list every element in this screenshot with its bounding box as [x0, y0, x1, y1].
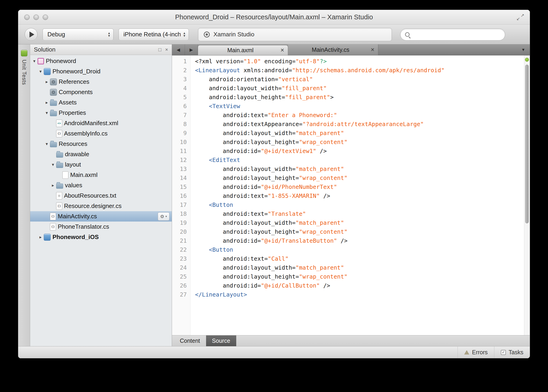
folder-icon — [50, 101, 57, 106]
tab-main-axml[interactable]: Main.axml× — [198, 45, 288, 55]
search-input[interactable] — [413, 31, 500, 38]
zoom-button[interactable] — [43, 14, 48, 20]
view-tab-source[interactable]: Source — [206, 336, 236, 346]
errors-button[interactable]: Errors — [457, 346, 494, 358]
tree-item-resource-designer-cs[interactable]: Resource.designer.cs — [30, 201, 172, 211]
unit-tests-pad-tab[interactable]: Unit Tests — [21, 60, 27, 85]
pad-close-icon[interactable]: × — [165, 47, 168, 52]
code-line: 9 android:layout_width="match_parent" — [172, 129, 530, 138]
minimize-button[interactable] — [33, 14, 39, 20]
code-text: <TextView — [190, 102, 240, 111]
expander-icon[interactable]: ▾ — [37, 69, 44, 74]
navigate-back-button[interactable]: ◀ — [172, 44, 185, 55]
code-text: android:layout_width="match_parent" — [190, 164, 344, 174]
tree-item-phoneword-ios[interactable]: ▸Phoneword_iOS — [30, 232, 172, 242]
tree-item-properties[interactable]: ▾Properties — [30, 108, 172, 118]
view-tab-content[interactable]: Content — [174, 336, 206, 346]
fullscreen-icon[interactable]: ↗ ↙ — [516, 13, 524, 21]
components-icon — [50, 89, 57, 96]
tree-item-main-axml[interactable]: Main.axml — [30, 170, 172, 180]
navigate-forward-button[interactable]: ▶ — [185, 44, 198, 55]
device-dropdown[interactable]: iPhone Retina (4-inch ▲ ▼ — [119, 28, 189, 41]
line-number: 26 — [172, 281, 190, 290]
folder-icon — [56, 153, 63, 158]
expander-icon[interactable]: ▸ — [43, 79, 50, 84]
item-options-button[interactable]: ⚙▾ — [158, 212, 169, 221]
close-button[interactable] — [24, 14, 30, 20]
tree-item-label: Phoneword_Droid — [52, 68, 100, 75]
tree-item-layout[interactable]: ▾layout — [30, 159, 172, 170]
pad-dock-icon[interactable]: □ — [159, 47, 161, 52]
code-line: 26 android:id="@+id/CallButton" /> — [172, 281, 530, 290]
scrollbar[interactable] — [524, 56, 530, 335]
line-number: 6 — [172, 102, 190, 111]
chevron-down-icon: ▼ — [521, 48, 525, 52]
code-line: 1<?xml version="1.0" encoding="utf-8"?> — [172, 57, 530, 66]
code-text: android:text="1-855-XAMARIN" /> — [190, 191, 330, 200]
code-text: <Button — [190, 200, 233, 209]
window-controls — [24, 14, 48, 20]
code-line: 22 <Button — [172, 245, 530, 254]
code-wrap: 1<?xml version="1.0" encoding="utf-8"?>2… — [172, 56, 530, 335]
folder-icon — [50, 111, 57, 116]
line-number: 10 — [172, 138, 190, 147]
tree-item-drawable[interactable]: drawable — [30, 149, 172, 159]
search-field[interactable] — [400, 28, 505, 41]
arrow-sw-icon: ↙ — [516, 17, 520, 21]
code-text: android:layout_height="wrap_content" — [190, 272, 347, 281]
code-text: <Button — [190, 245, 233, 254]
code-editor[interactable]: 1<?xml version="1.0" encoding="utf-8"?>2… — [172, 56, 530, 335]
solution-tree: ▾Phoneword▾Phoneword_Droid▸ReferencesCom… — [30, 55, 172, 346]
line-number: 12 — [172, 155, 190, 164]
line-number: 14 — [172, 174, 190, 182]
code-text: android:id="@+id/CallButton" /> — [190, 281, 330, 290]
tree-item-resources[interactable]: ▾Resources — [30, 139, 172, 149]
line-number: 16 — [172, 191, 190, 200]
tree-item-values[interactable]: ▸values — [30, 180, 172, 190]
code-text: <LinearLayout xmlns:android="http://sche… — [190, 66, 445, 75]
file-icon — [62, 171, 68, 179]
gear-icon: ⚙ — [160, 214, 164, 219]
tree-item-assets[interactable]: ▸Assets — [30, 97, 172, 108]
expander-icon[interactable]: ▸ — [37, 234, 44, 240]
line-number: 8 — [172, 120, 190, 129]
tree-item-phoneword-droid[interactable]: ▾Phoneword_Droid — [30, 66, 172, 77]
line-number: 2 — [172, 66, 190, 75]
expander-icon[interactable]: ▾ — [31, 58, 37, 64]
tree-item-label: AssemblyInfo.cs — [64, 130, 108, 137]
code-text: android:layout_width="fill_parent" — [190, 84, 327, 93]
tree-item-phoneword[interactable]: ▾Phoneword — [30, 56, 172, 66]
tree-item-aboutresources-txt[interactable]: AboutResources.txt — [30, 190, 172, 201]
tree-item-references[interactable]: ▸References — [30, 77, 172, 87]
tree-item-assemblyinfo-cs[interactable]: AssemblyInfo.cs — [30, 128, 172, 139]
code-line: 12 <EditText — [172, 155, 530, 164]
code-text: </LinearLayout> — [190, 290, 247, 299]
scrollbar-thumb[interactable] — [525, 65, 529, 223]
code-line: 13 android:layout_width="match_parent" — [172, 164, 530, 174]
tab-close-icon[interactable]: × — [371, 47, 374, 53]
run-button[interactable] — [25, 28, 37, 41]
references-icon — [50, 78, 57, 85]
code-line: 16 android:text="1-855-XAMARIN" /> — [172, 191, 530, 200]
configuration-dropdown[interactable]: Debug ▲ ▼ — [43, 28, 114, 41]
tab-close-icon[interactable]: × — [281, 47, 284, 53]
project-icon — [44, 234, 51, 241]
code-line: 4 android:layout_width="fill_parent" — [172, 84, 530, 93]
tab-mainactivity-cs[interactable]: MainActivity.cs× — [288, 44, 378, 55]
tasks-button[interactable]: ✓ Tasks — [494, 346, 530, 358]
tree-item-phonetranslator-cs[interactable]: PhoneTranslator.cs — [30, 222, 172, 232]
expander-icon[interactable]: ▾ — [50, 162, 56, 167]
tree-item-label: Phoneword_iOS — [52, 233, 99, 241]
expander-icon[interactable]: ▾ — [43, 141, 50, 147]
expander-icon[interactable]: ▾ — [43, 110, 50, 115]
unit-tests-icon — [21, 50, 27, 56]
tab-overflow-button[interactable]: ▼ — [517, 44, 530, 55]
folder-icon — [56, 184, 63, 189]
expander-icon[interactable]: ▸ — [43, 100, 50, 105]
tree-item-components[interactable]: Components — [30, 87, 172, 97]
tree-item-label: Components — [59, 89, 93, 96]
expander-icon[interactable]: ▸ — [50, 183, 56, 188]
line-number: 15 — [172, 182, 190, 191]
tree-item-androidmanifest-xml[interactable]: AndroidManifest.xml — [30, 118, 172, 128]
tree-item-mainactivity-cs[interactable]: MainActivity.cs⚙▾ — [30, 211, 172, 222]
